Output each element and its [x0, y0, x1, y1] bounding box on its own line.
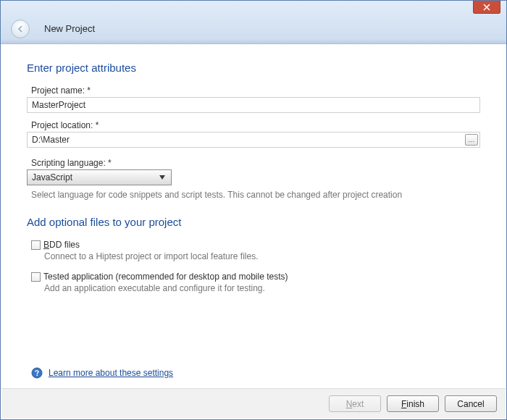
browse-button[interactable]: ...	[465, 134, 478, 146]
svg-point-1	[36, 374, 38, 376]
project-name-input[interactable]	[27, 97, 480, 113]
scripting-language-value: JavaScript	[32, 172, 72, 182]
project-location-block: Project location: * ...	[27, 120, 480, 148]
help-icon	[31, 367, 43, 379]
back-arrow-icon	[15, 24, 25, 34]
cancel-button[interactable]: Cancel	[445, 395, 497, 412]
project-location-label: Project location: *	[27, 120, 480, 130]
project-name-label: Project name: *	[27, 85, 480, 96]
learn-more-link[interactable]: Learn more about these settings	[49, 368, 173, 378]
scripting-language-label: Scripting language: *	[27, 158, 480, 168]
attributes-header: Enter project attributes	[27, 62, 480, 74]
ellipsis-icon: ...	[468, 136, 474, 143]
footer: Next Finish Cancel	[1, 388, 506, 419]
bdd-files-row[interactable]: BDD files	[27, 240, 480, 250]
scripting-language-block: Scripting language: * JavaScript Select …	[27, 158, 480, 200]
bdd-files-desc: Connect to a Hiptest project or import l…	[27, 251, 480, 272]
tested-app-label: Tested application (recommended for desk…	[43, 272, 288, 282]
project-name-block: Project name: *	[27, 85, 480, 113]
bdd-files-checkbox[interactable]	[31, 240, 41, 250]
close-button[interactable]	[473, 1, 500, 14]
tested-app-desc: Add an application executable and config…	[27, 283, 480, 303]
chevron-down-icon	[156, 172, 168, 183]
next-button: Next	[329, 395, 381, 412]
back-button[interactable]	[11, 20, 30, 38]
finish-button[interactable]: Finish	[387, 395, 439, 412]
dialog-title: New Project	[44, 23, 95, 34]
optional-files-header: Add optional files to your project	[27, 216, 480, 228]
bdd-files-label: BDD files	[43, 240, 80, 250]
scripting-language-select[interactable]: JavaScript	[27, 169, 172, 185]
project-location-input[interactable]	[27, 132, 480, 148]
titlebar: New Project	[1, 1, 506, 44]
close-icon	[482, 3, 491, 12]
content-area: Enter project attributes Project name: *…	[1, 44, 506, 306]
scripting-language-hint: Select language for code snippets and sc…	[27, 185, 480, 200]
help-area: Learn more about these settings	[31, 367, 173, 379]
tested-app-row[interactable]: Tested application (recommended for desk…	[27, 272, 480, 282]
tested-app-checkbox[interactable]	[31, 272, 41, 282]
